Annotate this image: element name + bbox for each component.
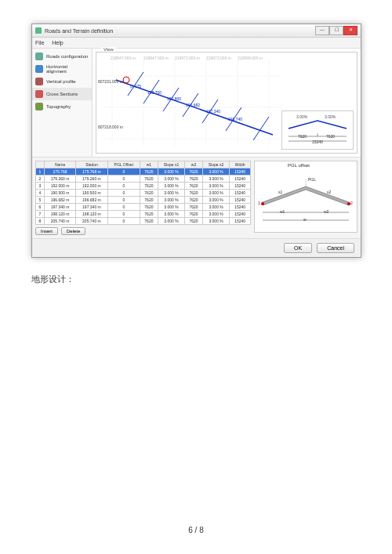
table-cell[interactable]: 7620 <box>140 197 158 204</box>
table-row[interactable]: 3192.000 m192.000 m076203.000 %76203.000… <box>36 183 251 190</box>
table-cell[interactable]: 4 <box>36 190 45 197</box>
table-cell[interactable]: 3.000 % <box>202 183 229 190</box>
table-cell[interactable]: 192.000 m <box>76 183 107 190</box>
table-cell[interactable]: 7620 <box>185 168 203 176</box>
cross-section-table[interactable]: NameStationPGL Offsetw1Slope s1w2Slope s… <box>35 161 251 225</box>
table-cell[interactable]: 2 <box>36 176 45 183</box>
table-cell[interactable]: 0 <box>107 204 140 211</box>
table-header[interactable]: Name <box>44 161 75 168</box>
plan-area[interactable]: 218947.000 m 218947.000 m 219973.000 m 2… <box>96 53 285 153</box>
close-button[interactable]: ✕ <box>343 26 358 35</box>
table-cell[interactable]: 196.682 m <box>44 197 75 204</box>
table-cell[interactable]: 7620 <box>140 218 158 225</box>
menu-help[interactable]: Help <box>52 40 63 45</box>
table-cell[interactable]: 3.000 % <box>202 204 229 211</box>
table-cell[interactable]: 7620 <box>185 190 203 197</box>
sidebar-item-roads-config[interactable]: Roads configuration <box>32 50 92 63</box>
table-row[interactable]: 7198.120 m198.120 m076203.000 %76203.000… <box>36 211 251 218</box>
table-cell[interactable]: 7620 <box>185 211 203 218</box>
sidebar-item-horizontal[interactable]: Horizontal alignment <box>32 63 92 75</box>
table-cell[interactable]: 15240 <box>230 204 251 211</box>
table-cell[interactable]: 0 <box>107 183 140 190</box>
table-cell[interactable]: 3.000 % <box>158 204 184 211</box>
minimize-button[interactable]: — <box>315 26 329 35</box>
cancel-button[interactable]: Cancel <box>317 243 354 253</box>
table-cell[interactable]: 198.120 m <box>76 211 107 218</box>
table-cell[interactable]: 3.000 % <box>202 176 229 183</box>
table-cell[interactable]: 179.260 m <box>44 176 75 183</box>
menu-file[interactable]: File <box>35 40 44 45</box>
table-cell[interactable]: 3.000 % <box>158 190 184 197</box>
table-cell[interactable]: 205.740 m <box>44 218 75 225</box>
table-cell[interactable]: 7620 <box>185 183 203 190</box>
table-cell[interactable]: 7620 <box>140 204 158 211</box>
table-cell[interactable]: 7620 <box>140 190 158 197</box>
table-cell[interactable]: 15240 <box>230 197 251 204</box>
table-cell[interactable]: 192.000 m <box>44 183 75 190</box>
table-cell[interactable]: 3.000 % <box>158 218 184 225</box>
table-cell[interactable]: 0 <box>107 168 140 176</box>
table-header[interactable]: Slope s1 <box>158 161 184 168</box>
table-header[interactable]: PGL Offset <box>107 161 140 168</box>
table-cell[interactable]: 15240 <box>230 183 251 190</box>
table-row[interactable]: 8205.740 m205.740 m076203.000 %76203.000… <box>36 218 251 225</box>
delete-button[interactable]: Delete <box>61 227 85 235</box>
table-row[interactable]: 5196.682 m196.682 m076203.000 %76203.000… <box>36 197 251 204</box>
table-cell[interactable]: 3.000 % <box>202 168 229 176</box>
table-cell[interactable]: 15240 <box>230 168 251 176</box>
table-cell[interactable]: 3.000 % <box>202 197 229 204</box>
table-cell[interactable]: 15240 <box>230 218 251 225</box>
table-cell[interactable]: 7620 <box>185 176 203 183</box>
table-cell[interactable]: 198.120 m <box>44 211 75 218</box>
table-cell[interactable]: 7620 <box>140 176 158 183</box>
table-cell[interactable]: 175.768 m <box>76 168 107 176</box>
table-cell[interactable]: 3.000 % <box>158 197 184 204</box>
sidebar-item-topography[interactable]: Topography <box>32 100 92 113</box>
table-header[interactable] <box>36 161 45 168</box>
sidebar-item-vertical[interactable]: Vertical profile <box>32 75 92 88</box>
table-header[interactable]: w1 <box>140 161 158 168</box>
table-cell[interactable]: 1 <box>36 168 45 176</box>
table-cell[interactable]: 3.000 % <box>202 218 229 225</box>
table-cell[interactable]: 15240 <box>230 176 251 183</box>
insert-button[interactable]: Insert <box>35 227 58 235</box>
table-row[interactable]: 6197.340 m197.340 m076203.000 %76203.000… <box>36 204 251 211</box>
table-cell[interactable]: 7620 <box>185 197 203 204</box>
table-cell[interactable]: 7620 <box>140 211 158 218</box>
table-cell[interactable]: 197.340 m <box>44 204 75 211</box>
table-cell[interactable]: 7620 <box>140 183 158 190</box>
table-cell[interactable]: 0 <box>107 190 140 197</box>
table-header[interactable]: Width <box>230 161 251 168</box>
table-cell[interactable]: 196.682 m <box>76 197 107 204</box>
table-cell[interactable]: 190.500 m <box>76 190 107 197</box>
table-row[interactable]: 4190.500 m190.500 m076203.000 %76203.000… <box>36 190 251 197</box>
table-cell[interactable]: 3.000 % <box>158 183 184 190</box>
ok-button[interactable]: OK <box>284 243 312 253</box>
table-row[interactable]: 2179.260 m179.260 m076203.000 %76203.000… <box>36 176 251 183</box>
table-cell[interactable]: 15240 <box>230 190 251 197</box>
plan-view[interactable]: View 21894 <box>96 52 358 154</box>
table-cell[interactable]: 7 <box>36 211 45 218</box>
table-cell[interactable]: 15240 <box>230 211 251 218</box>
table-cell[interactable]: 197.340 m <box>76 204 107 211</box>
table-cell[interactable]: 3.000 % <box>202 190 229 197</box>
table-header[interactable]: Slope s2 <box>202 161 229 168</box>
table-cell[interactable]: 5 <box>36 197 45 204</box>
table-cell[interactable]: 3 <box>36 183 45 190</box>
table-cell[interactable]: 3.000 % <box>158 176 184 183</box>
table-cell[interactable]: 0 <box>107 197 140 204</box>
table-cell[interactable]: 0 <box>107 176 140 183</box>
table-cell[interactable]: 7620 <box>140 168 158 176</box>
table-cell[interactable]: 7620 <box>185 218 203 225</box>
maximize-button[interactable]: ☐ <box>329 26 343 35</box>
table-cell[interactable]: 0 <box>107 211 140 218</box>
table-cell[interactable]: 6 <box>36 204 45 211</box>
table-cell[interactable]: 179.260 m <box>76 176 107 183</box>
titlebar[interactable]: Roads and Terrain definition — ☐ ✕ <box>32 24 361 38</box>
sidebar-item-cross-sections[interactable]: Cross Sections <box>32 88 92 100</box>
table-cell[interactable]: 3.000 % <box>158 211 184 218</box>
table-header[interactable]: w2 <box>185 161 203 168</box>
table-cell[interactable]: 3.000 % <box>158 168 184 176</box>
table-cell[interactable]: 0 <box>107 218 140 225</box>
table-cell[interactable]: 205.740 m <box>76 218 107 225</box>
